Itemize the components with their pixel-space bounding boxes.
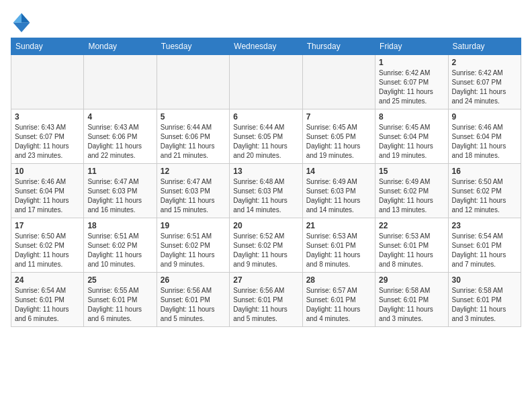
- day-number: 3: [15, 112, 80, 122]
- day-info: Sunrise: 6:56 AM Sunset: 6:01 PM Dayligh…: [233, 286, 298, 324]
- day-header-wednesday: Wednesday: [230, 38, 302, 55]
- day-header-monday: Monday: [84, 38, 157, 55]
- calendar-cell: 15Sunrise: 6:49 AM Sunset: 6:02 PM Dayli…: [375, 164, 448, 218]
- day-info: Sunrise: 6:54 AM Sunset: 6:01 PM Dayligh…: [452, 232, 517, 269]
- day-info: Sunrise: 6:55 AM Sunset: 6:01 PM Dayligh…: [87, 286, 152, 324]
- calendar-cell: 9Sunrise: 6:46 AM Sunset: 6:04 PM Daylig…: [448, 109, 521, 164]
- calendar-cell: 18Sunrise: 6:51 AM Sunset: 6:02 PM Dayli…: [84, 218, 157, 273]
- day-info: Sunrise: 6:47 AM Sunset: 6:03 PM Dayligh…: [161, 177, 226, 215]
- calendar-cell: 4Sunrise: 6:43 AM Sunset: 6:06 PM Daylig…: [84, 109, 157, 164]
- day-info: Sunrise: 6:51 AM Sunset: 6:02 PM Dayligh…: [161, 232, 226, 269]
- day-header-tuesday: Tuesday: [157, 38, 229, 55]
- svg-marker-0: [21, 13, 30, 23]
- svg-marker-2: [13, 23, 30, 32]
- day-info: Sunrise: 6:47 AM Sunset: 6:03 PM Dayligh…: [87, 177, 152, 215]
- day-info: Sunrise: 6:46 AM Sunset: 6:04 PM Dayligh…: [15, 177, 80, 215]
- day-info: Sunrise: 6:43 AM Sunset: 6:06 PM Dayligh…: [87, 123, 152, 161]
- calendar-cell: 6Sunrise: 6:44 AM Sunset: 6:05 PM Daylig…: [230, 109, 302, 164]
- day-number: 27: [233, 275, 298, 285]
- day-info: Sunrise: 6:43 AM Sunset: 6:07 PM Dayligh…: [15, 123, 80, 161]
- calendar-header: SundayMondayTuesdayWednesdayThursdayFrid…: [11, 38, 521, 55]
- calendar-cell: 23Sunrise: 6:54 AM Sunset: 6:01 PM Dayli…: [448, 218, 521, 273]
- calendar-cell: 21Sunrise: 6:53 AM Sunset: 6:01 PM Dayli…: [302, 218, 375, 273]
- day-number: 9: [452, 112, 517, 122]
- day-info: Sunrise: 6:58 AM Sunset: 6:01 PM Dayligh…: [379, 286, 444, 324]
- calendar-cell: 24Sunrise: 6:54 AM Sunset: 6:01 PM Dayli…: [11, 273, 84, 327]
- day-info: Sunrise: 6:45 AM Sunset: 6:05 PM Dayligh…: [306, 123, 371, 161]
- calendar-cell: 26Sunrise: 6:56 AM Sunset: 6:01 PM Dayli…: [157, 273, 229, 327]
- day-number: 7: [306, 112, 371, 122]
- calendar-cell: 11Sunrise: 6:47 AM Sunset: 6:03 PM Dayli…: [84, 164, 157, 218]
- day-number: 28: [306, 275, 371, 285]
- day-number: 25: [87, 275, 152, 285]
- day-number: 5: [161, 112, 226, 122]
- calendar-cell: 10Sunrise: 6:46 AM Sunset: 6:04 PM Dayli…: [11, 164, 84, 218]
- day-info: Sunrise: 6:57 AM Sunset: 6:01 PM Dayligh…: [306, 286, 371, 324]
- day-header-friday: Friday: [375, 38, 448, 55]
- day-info: Sunrise: 6:54 AM Sunset: 6:01 PM Dayligh…: [15, 286, 80, 324]
- calendar-cell: 29Sunrise: 6:58 AM Sunset: 6:01 PM Dayli…: [375, 273, 448, 327]
- day-number: 26: [161, 275, 226, 285]
- day-info: Sunrise: 6:53 AM Sunset: 6:01 PM Dayligh…: [306, 232, 371, 269]
- day-number: 30: [452, 275, 517, 285]
- logo: [11, 11, 35, 32]
- calendar-cell: 20Sunrise: 6:52 AM Sunset: 6:02 PM Dayli…: [230, 218, 302, 273]
- day-number: 20: [233, 221, 298, 230]
- day-info: Sunrise: 6:42 AM Sunset: 6:07 PM Dayligh…: [452, 68, 517, 106]
- calendar-cell: [230, 55, 302, 109]
- calendar-week-5: 24Sunrise: 6:54 AM Sunset: 6:01 PM Dayli…: [11, 273, 521, 327]
- day-info: Sunrise: 6:44 AM Sunset: 6:05 PM Dayligh…: [233, 123, 298, 161]
- calendar-cell: 2Sunrise: 6:42 AM Sunset: 6:07 PM Daylig…: [448, 55, 521, 109]
- day-info: Sunrise: 6:56 AM Sunset: 6:01 PM Dayligh…: [161, 286, 226, 324]
- calendar-cell: 12Sunrise: 6:47 AM Sunset: 6:03 PM Dayli…: [157, 164, 229, 218]
- calendar-week-2: 3Sunrise: 6:43 AM Sunset: 6:07 PM Daylig…: [11, 109, 521, 164]
- calendar-cell: 19Sunrise: 6:51 AM Sunset: 6:02 PM Dayli…: [157, 218, 229, 273]
- day-header-saturday: Saturday: [448, 38, 521, 55]
- calendar-cell: [11, 55, 84, 109]
- day-number: 22: [379, 221, 444, 230]
- logo-icon: [11, 11, 32, 32]
- day-number: 4: [87, 112, 152, 122]
- day-info: Sunrise: 6:49 AM Sunset: 6:03 PM Dayligh…: [306, 177, 371, 215]
- day-number: 24: [15, 275, 80, 285]
- day-number: 18: [87, 221, 152, 230]
- day-info: Sunrise: 6:44 AM Sunset: 6:06 PM Dayligh…: [161, 123, 226, 161]
- day-info: Sunrise: 6:53 AM Sunset: 6:01 PM Dayligh…: [379, 232, 444, 269]
- calendar-cell: 30Sunrise: 6:58 AM Sunset: 6:01 PM Dayli…: [448, 273, 521, 327]
- calendar-cell: 8Sunrise: 6:45 AM Sunset: 6:04 PM Daylig…: [375, 109, 448, 164]
- day-header-thursday: Thursday: [302, 38, 375, 55]
- day-number: 1: [379, 58, 444, 67]
- svg-marker-1: [13, 13, 21, 23]
- calendar: SundayMondayTuesdayWednesdayThursdayFrid…: [11, 38, 521, 327]
- calendar-cell: 16Sunrise: 6:50 AM Sunset: 6:02 PM Dayli…: [448, 164, 521, 218]
- day-number: 15: [379, 167, 444, 176]
- day-number: 11: [87, 167, 152, 176]
- calendar-week-4: 17Sunrise: 6:50 AM Sunset: 6:02 PM Dayli…: [11, 218, 521, 273]
- day-info: Sunrise: 6:51 AM Sunset: 6:02 PM Dayligh…: [87, 232, 152, 269]
- calendar-week-1: 1Sunrise: 6:42 AM Sunset: 6:07 PM Daylig…: [11, 55, 521, 109]
- page-header: [11, 11, 521, 32]
- day-number: 10: [15, 167, 80, 176]
- day-info: Sunrise: 6:50 AM Sunset: 6:02 PM Dayligh…: [452, 177, 517, 215]
- day-number: 6: [233, 112, 298, 122]
- day-number: 13: [233, 167, 298, 176]
- calendar-week-3: 10Sunrise: 6:46 AM Sunset: 6:04 PM Dayli…: [11, 164, 521, 218]
- day-number: 23: [452, 221, 517, 230]
- calendar-cell: 14Sunrise: 6:49 AM Sunset: 6:03 PM Dayli…: [302, 164, 375, 218]
- day-number: 8: [379, 112, 444, 122]
- calendar-cell: 27Sunrise: 6:56 AM Sunset: 6:01 PM Dayli…: [230, 273, 302, 327]
- days-header-row: SundayMondayTuesdayWednesdayThursdayFrid…: [11, 38, 521, 55]
- calendar-cell: [302, 55, 375, 109]
- day-number: 2: [452, 58, 517, 67]
- calendar-cell: 5Sunrise: 6:44 AM Sunset: 6:06 PM Daylig…: [157, 109, 229, 164]
- calendar-cell: [84, 55, 157, 109]
- calendar-cell: 1Sunrise: 6:42 AM Sunset: 6:07 PM Daylig…: [375, 55, 448, 109]
- calendar-cell: 28Sunrise: 6:57 AM Sunset: 6:01 PM Dayli…: [302, 273, 375, 327]
- day-info: Sunrise: 6:45 AM Sunset: 6:04 PM Dayligh…: [379, 123, 444, 161]
- day-header-sunday: Sunday: [11, 38, 84, 55]
- day-number: 21: [306, 221, 371, 230]
- day-number: 17: [15, 221, 80, 230]
- calendar-cell: [157, 55, 229, 109]
- calendar-cell: 17Sunrise: 6:50 AM Sunset: 6:02 PM Dayli…: [11, 218, 84, 273]
- calendar-body: 1Sunrise: 6:42 AM Sunset: 6:07 PM Daylig…: [11, 55, 521, 327]
